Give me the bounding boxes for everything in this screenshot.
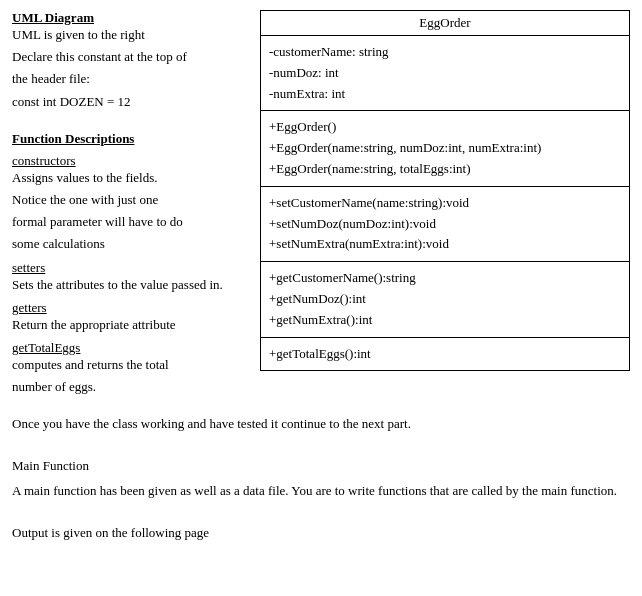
main-function-desc: A main function has been given as well a… [12, 481, 630, 501]
uml-fields-section: -customerName: string -numDoz: int -numE… [261, 36, 629, 111]
output-text: Output is given on the following page [12, 523, 630, 543]
constructors-label: constructors [12, 153, 76, 168]
setters-desc: Sets the attributes to the value passed … [12, 276, 252, 294]
continue-text: Once you have the class working and have… [12, 414, 630, 434]
bottom-section: Once you have the class working and have… [12, 414, 630, 542]
constructors-desc4: some calculations [12, 235, 252, 253]
uml-desc-line2: Declare this constant at the top of [12, 48, 252, 66]
getters-label: getters [12, 300, 47, 315]
getters-desc: Return the appropriate attribute [12, 316, 252, 334]
uml-getter-1: +getCustomerName():string [269, 268, 621, 289]
getTotalEggs-desc2: number of eggs. [12, 378, 252, 396]
uml-getters-section: +getCustomerName():string +getNumDoz():i… [261, 262, 629, 337]
constructors-desc2: Notice the one with just one [12, 191, 252, 209]
uml-field-3: -numExtra: int [269, 84, 621, 105]
uml-setter-1: +setCustomerName(name:string):void [269, 193, 621, 214]
uml-constructor-2: +EggOrder(name:string, numDoz:int, numEx… [269, 138, 621, 159]
setters-label: setters [12, 260, 45, 275]
function-descriptions-title: Function Descriptions [12, 131, 134, 146]
uml-diagram-title: UML Diagram [12, 10, 94, 25]
constructors-desc3: formal parameter will have to do [12, 213, 252, 231]
uml-setters-section: +setCustomerName(name:string):void +setN… [261, 187, 629, 262]
uml-constant: const int DOZEN = 12 [12, 93, 252, 111]
getTotalEggs-label: getTotalEggs [12, 340, 80, 355]
uml-constructor-3: +EggOrder(name:string, totalEggs:int) [269, 159, 621, 180]
uml-constructor-1: +EggOrder() [269, 117, 621, 138]
uml-other-1: +getTotalEggs():int [269, 344, 621, 365]
constructors-desc1: Assigns values to the fields. [12, 169, 252, 187]
uml-desc-line1: UML is given to the right [12, 26, 252, 44]
uml-setter-3: +setNumExtra(numExtra:int):void [269, 234, 621, 255]
uml-other-section: +getTotalEggs():int [261, 338, 629, 371]
uml-getter-3: +getNumExtra():int [269, 310, 621, 331]
main-function-label: Main Function [12, 456, 630, 476]
uml-field-2: -numDoz: int [269, 63, 621, 84]
left-column: UML Diagram UML is given to the right De… [12, 10, 252, 400]
uml-class-name: EggOrder [261, 11, 629, 36]
uml-setter-2: +setNumDoz(numDoz:int):void [269, 214, 621, 235]
uml-diagram-box: EggOrder -customerName: string -numDoz: … [260, 10, 630, 400]
getTotalEggs-desc1: computes and returns the total [12, 356, 252, 374]
uml-desc-line3: the header file: [12, 70, 252, 88]
uml-getter-2: +getNumDoz():int [269, 289, 621, 310]
uml-field-1: -customerName: string [269, 42, 621, 63]
uml-constructors-section: +EggOrder() +EggOrder(name:string, numDo… [261, 111, 629, 186]
